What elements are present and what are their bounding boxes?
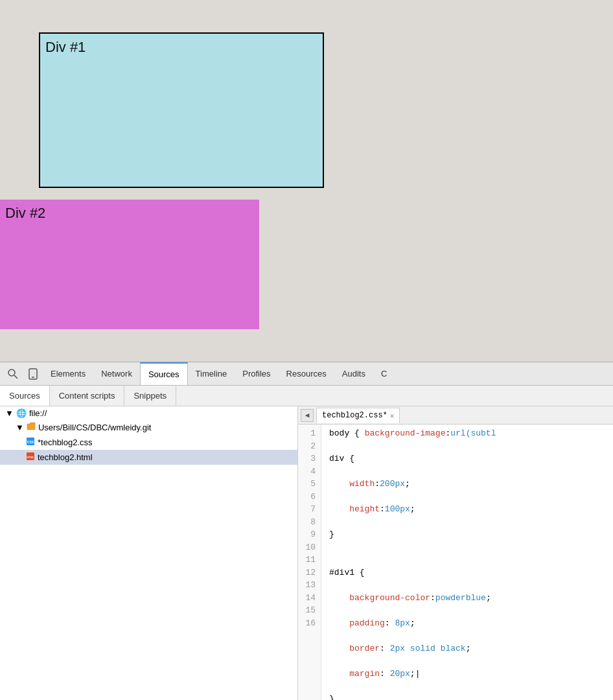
code-editor: ◀ techblog2.css* ✕ 1 2 3 4 5 6 7	[298, 406, 613, 700]
tree-css-file[interactable]: CSS *techblog2.css	[0, 435, 297, 450]
tab-search[interactable]	[3, 362, 23, 385]
code-lines[interactable]: body { background-image:url(subtl div { …	[321, 425, 503, 700]
subtab-sources[interactable]: Sources	[0, 386, 50, 406]
div1-label: Div #1	[45, 39, 86, 55]
tree-file-root[interactable]: ▼ 🌐 file://	[0, 406, 297, 420]
tab-elements[interactable]: Elements	[43, 362, 93, 385]
editor-tab-bar: ◀ techblog2.css* ✕	[298, 406, 613, 425]
tab-network[interactable]: Network	[93, 362, 140, 385]
tree-html-file[interactable]: HTML techblog2.html	[0, 450, 297, 465]
search-icon	[8, 369, 18, 379]
preview-area: Div #1 Div #2	[0, 0, 613, 362]
tab-console[interactable]: C	[373, 362, 395, 385]
nav-back-button[interactable]: ◀	[301, 409, 314, 422]
svg-text:CSS: CSS	[27, 440, 34, 444]
html-file-label: techblog2.html	[38, 452, 93, 462]
devtools-panel: Elements Network Sources Timeline Profil…	[0, 362, 613, 700]
mobile-icon	[29, 368, 38, 380]
subtab-content-scripts[interactable]: Content scripts	[50, 386, 125, 406]
collapse-icon-2: ▼	[16, 423, 24, 432]
svg-point-0	[8, 369, 15, 376]
div1-box: Div #1	[39, 32, 324, 188]
collapse-icon: ▼	[5, 408, 14, 418]
css-file-icon: CSS	[26, 437, 35, 446]
svg-text:HTML: HTML	[27, 456, 34, 459]
line-numbers: 1 2 3 4 5 6 7 8 9 10 11 12 13 14	[298, 425, 321, 700]
sources-main: ▼ 🌐 file:// ▼ Users/Bill/CS/DBC/wmleidy.…	[0, 406, 613, 700]
tab-resources[interactable]: Resources	[279, 362, 334, 385]
editor-file-tab[interactable]: techblog2.css* ✕	[316, 408, 400, 423]
file-root-label: file://	[29, 408, 47, 418]
users-folder-label: Users/Bill/CS/DBC/wmleidy.git	[38, 423, 152, 432]
file-tree: ▼ 🌐 file:// ▼ Users/Bill/CS/DBC/wmleidy.…	[0, 406, 298, 700]
tab-timeline[interactable]: Timeline	[188, 362, 235, 385]
editor-tab-label: techblog2.css*	[322, 411, 387, 420]
html-file-icon: HTML	[26, 452, 35, 461]
css-file-label: *techblog2.css	[38, 438, 93, 447]
sources-panel: Sources Content scripts Snippets ▼ 🌐 fil…	[0, 386, 613, 700]
folder-icon	[27, 422, 36, 431]
close-tab-button[interactable]: ✕	[390, 412, 395, 420]
tab-sources[interactable]: Sources	[140, 362, 188, 385]
div2-label: Div #2	[5, 205, 45, 221]
tab-mobile[interactable]	[23, 362, 43, 385]
tree-users-folder[interactable]: ▼ Users/Bill/CS/DBC/wmleidy.git	[0, 420, 297, 435]
div2-box: Div #2	[0, 200, 259, 329]
tab-profiles[interactable]: Profiles	[235, 362, 278, 385]
tab-audits[interactable]: Audits	[334, 362, 373, 385]
subtab-snippets[interactable]: Snippets	[124, 386, 176, 406]
sources-subtabs: Sources Content scripts Snippets	[0, 386, 613, 406]
code-content: 1 2 3 4 5 6 7 8 9 10 11 12 13 14	[298, 425, 613, 700]
devtools-tab-bar: Elements Network Sources Timeline Profil…	[0, 362, 613, 386]
svg-line-1	[14, 375, 17, 379]
